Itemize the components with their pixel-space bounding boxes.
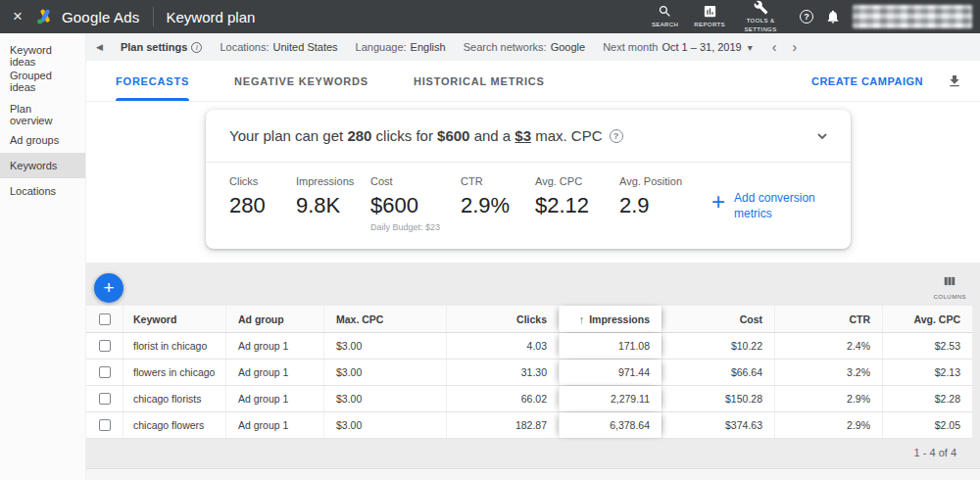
row-checkbox[interactable] [99,393,111,405]
cell-max-cpc[interactable]: $3.00 [323,386,446,411]
google-ads-logo-icon [35,7,55,26]
sidebar-item-locations[interactable]: Locations [0,178,85,204]
reports-label: REPORTS [694,21,725,28]
cell-keyword: chicago florists [122,386,225,411]
header-avg-cpc[interactable]: Avg. CPC [882,306,972,332]
account-info-redacted[interactable] [853,5,972,28]
row-checkbox[interactable] [99,340,111,352]
tools-settings-button[interactable]: TOOLS & SETTINGS [741,0,780,32]
cell-ad-group: Ad group 1 [225,386,323,411]
metric-avg-position: Avg. Position 2.9 [619,175,702,218]
forecast-metrics-row: Clicks 280 Impressions 9.8K Cost $600 Da… [206,163,851,232]
create-campaign-button[interactable]: CREATE CAMPAIGN [811,75,923,87]
headline-text: clicks for [371,127,437,144]
cell-cost: $66.64 [662,360,774,385]
add-conversion-metrics-button[interactable]: + Add conversion metrics [711,191,815,221]
tab-forecasts[interactable]: FORECASTS [116,61,189,101]
info-icon[interactable]: i [191,42,202,53]
reports-chart-icon [703,4,717,19]
forecast-card-region: Your plan can get 280 clicks for $600 an… [86,102,980,263]
language-value: English [411,41,446,53]
reports-button[interactable]: REPORTS [694,4,725,28]
sidebar: Keyword ideas Grouped ideas Plan overvie… [0,33,86,480]
sidebar-item-ad-groups[interactable]: Ad groups [0,127,85,153]
previous-period-icon[interactable]: ‹ [772,40,777,54]
headline-max-cpc-link[interactable]: $3 [514,127,531,144]
cell-ad-group: Ad group 1 [225,333,323,359]
cell-ctr: 3.2% [774,360,882,385]
cell-max-cpc[interactable]: $3.00 [323,333,446,359]
chevron-down-icon: ▾ [748,42,753,53]
cell-max-cpc[interactable]: $3.00 [323,412,446,438]
search-icon [658,4,672,19]
help-icon[interactable]: ? [800,10,813,24]
metric-ctr: CTR 2.9% [461,175,535,218]
notifications-bell-icon[interactable] [825,9,841,24]
table-row[interactable]: chicago flowers Ad group 1 $3.00 182.87 … [86,412,972,439]
plan-settings-label: Plan settings [121,41,187,53]
headline-text: max. CPC [531,127,603,144]
metric-value: $2.12 [535,193,619,218]
cell-impressions: 6,378.64 [559,412,662,438]
sidebar-item-keyword-ideas[interactable]: Keyword ideas [0,43,85,69]
metric-clicks: Clicks 280 [229,175,296,218]
metric-avg-cpc: Avg. CPC $2.12 [535,175,619,218]
table-row[interactable]: flowers in chicago Ad group 1 $3.00 31.3… [86,360,972,386]
header-clicks[interactable]: Clicks [446,306,559,332]
cell-max-cpc[interactable]: $3.00 [323,360,446,385]
locations-value: United States [273,41,338,53]
date-range-dropdown[interactable]: Next month Oct 1 – 31, 2019 ▾ [603,41,753,53]
table-row[interactable]: chicago florists Ad group 1 $3.00 66.02 … [86,386,972,412]
add-keyword-fab[interactable]: + [94,273,123,303]
header-impressions-sorted[interactable]: ↑ Impressions [559,306,662,332]
tab-historical-metrics[interactable]: HISTORICAL METRICS [414,61,545,101]
select-all-checkbox[interactable] [99,313,111,325]
cell-clicks: 4.03 [446,333,559,359]
metric-value: 2.9 [619,193,702,218]
language-setting[interactable]: Language: English [356,41,446,53]
collapse-chevron-icon[interactable] [813,127,831,145]
cell-ctr: 2.4% [774,333,882,359]
cell-avg-cpc: $2.05 [882,412,972,438]
columns-icon [943,274,956,292]
download-icon[interactable] [947,73,962,89]
plus-icon: + [711,191,725,213]
language-label: Language: [356,41,407,53]
cell-impressions: 171.08 [559,333,662,359]
next-period-icon[interactable]: › [792,40,797,54]
sidebar-item-plan-overview[interactable]: Plan overview [0,102,85,127]
columns-button[interactable]: COLUMNS [933,274,966,300]
metric-value: 2.9% [461,193,535,218]
cell-clicks: 182.87 [446,412,559,438]
row-select-cell [86,412,122,438]
networks-label: Search networks: [464,41,547,53]
metric-label: Clicks [229,175,296,187]
sidebar-item-keywords[interactable]: Keywords [0,153,85,178]
tab-negative-keywords[interactable]: NEGATIVE KEYWORDS [234,61,368,101]
table-row[interactable]: florist in chicago Ad group 1 $3.00 4.03… [86,333,972,360]
cell-ctr: 2.9% [774,412,882,438]
topbar: × Google Ads Keyword plan SEARCH [0,0,980,33]
keywords-table: Keyword Ad group Max. CPC Clicks ↑ Impre… [86,306,972,439]
headline-text: Your plan can get [229,127,347,144]
cell-impressions: 971.44 [559,360,662,385]
header-max-cpc[interactable]: Max. CPC [323,306,446,332]
header-ctr[interactable]: CTR [774,306,882,332]
row-checkbox[interactable] [99,366,111,378]
close-icon[interactable]: × [0,7,35,26]
cell-clicks: 66.02 [446,386,559,411]
sidebar-item-grouped-ideas[interactable]: Grouped ideas [0,69,85,94]
search-button[interactable]: SEARCH [652,4,678,28]
headline-help-icon[interactable]: ? [610,129,623,143]
back-arrow-icon[interactable]: ◀ [96,42,103,52]
networks-setting[interactable]: Search networks: Google [464,41,585,53]
header-keyword[interactable]: Keyword [122,306,225,332]
row-checkbox[interactable] [99,419,111,431]
locations-setting[interactable]: Locations: United States [220,41,337,53]
metric-label: CTR [461,175,535,187]
period-pager: ‹ › [772,40,797,54]
header-cost[interactable]: Cost [662,306,774,332]
header-ad-group[interactable]: Ad group [225,306,323,332]
plan-settings-control[interactable]: Plan settings i [121,41,202,53]
google-ads-keyword-plan-app: × Google Ads Keyword plan SEARCH [0,0,980,480]
